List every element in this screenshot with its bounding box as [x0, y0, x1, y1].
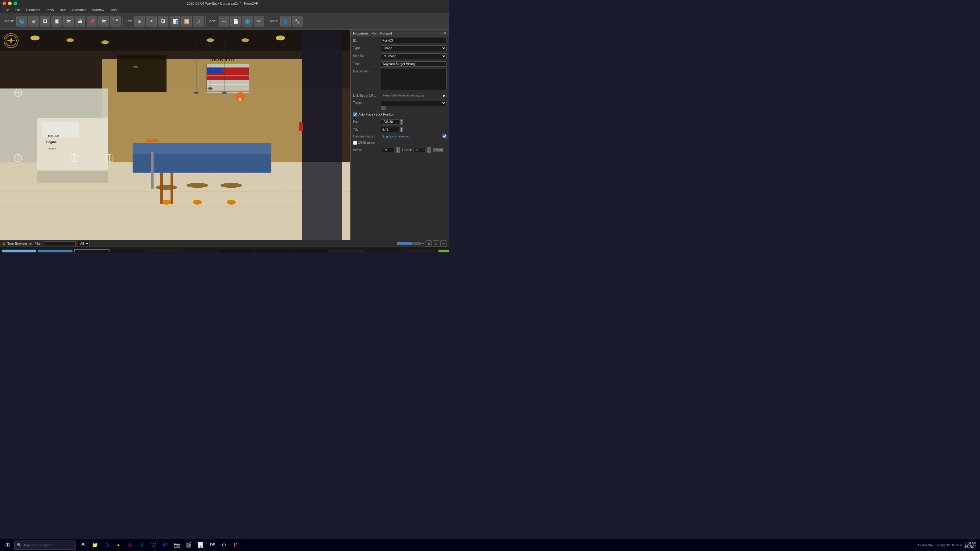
- tilt-input[interactable]: [381, 127, 399, 132]
- filmstrip-item-13[interactable]: PIC_2020_05_04_10_45_...: [438, 249, 449, 253]
- hotspot-3[interactable]: [70, 154, 79, 163]
- close-button[interactable]: [2, 2, 6, 5]
- import-button-5[interactable]: 🗺: [63, 16, 74, 27]
- import-button-3[interactable]: 🖼: [40, 16, 50, 27]
- edit-button-4[interactable]: 📊: [170, 16, 180, 27]
- view-button-2[interactable]: 📄: [230, 16, 241, 27]
- edit-button-2[interactable]: 👁: [146, 16, 157, 27]
- filmstrip-item-5[interactable]: PIC_2020_05_04_10_24_23_202005...: [147, 249, 182, 253]
- import-button-8[interactable]: 🗺: [99, 16, 109, 27]
- zoom-out-icon[interactable]: —: [393, 241, 396, 245]
- filmstrip-item-11[interactable]: PIC_2020_05_04_10_38_30_202005...: [365, 249, 401, 253]
- import-button-4[interactable]: 📋: [51, 16, 62, 27]
- filmstrip-item-3[interactable]: PIC_2020_05_04_10_19_46_202005...: [74, 249, 110, 253]
- prop-autoplace-row: Auto Place / Lock Position: [351, 111, 449, 118]
- svg-rect-107: [184, 249, 218, 253]
- filmstrip-item-9[interactable]: PIC_2020_05_04_10_32_51_202005...: [292, 249, 328, 253]
- menu-help[interactable]: Help: [107, 7, 119, 12]
- minimize-button[interactable]: [8, 2, 12, 5]
- height-spinner: ▲ ▼: [427, 147, 431, 153]
- hotspot-1[interactable]: [14, 89, 22, 98]
- target-add-button[interactable]: +: [382, 106, 386, 110]
- svg-rect-119: [293, 249, 327, 253]
- import-button-9[interactable]: 🎬: [110, 16, 121, 27]
- skinid-select[interactable]: ht_image: [381, 53, 447, 59]
- zoom-in-icon[interactable]: +: [422, 241, 424, 245]
- view-settings-button[interactable]: ⚙: [433, 240, 439, 246]
- menu-window[interactable]: Window: [90, 7, 107, 12]
- menu-edit[interactable]: Edit: [12, 7, 23, 12]
- zoom-slider[interactable]: [397, 242, 422, 245]
- type-select[interactable]: Image URL Panorama: [381, 45, 447, 51]
- filmstrip-item-4[interactable]: PIC_2020_05_04_10_22_30_202005...: [110, 249, 146, 253]
- filmstrip-item-2[interactable]: PIC_2020_05_04_12_27_05_202005...: [38, 249, 73, 253]
- edit-button-6[interactable]: ⬡: [193, 16, 204, 27]
- tour-browser-expand[interactable]: ▶: [30, 242, 32, 245]
- import-button-2[interactable]: ⊞: [28, 16, 38, 27]
- id-input[interactable]: [381, 38, 447, 43]
- prop-close-button[interactable]: ✕: [444, 31, 447, 35]
- filmstrip-item-12[interactable]: PIC_2020_05_04_10_42_36_202005...: [401, 249, 437, 253]
- filmstrip-item-6[interactable]: PIC_2020_05_04_10_26_30_202005...: [183, 249, 219, 253]
- link-browse-button[interactable]: 📁: [442, 93, 447, 98]
- reset-button[interactable]: Reset: [433, 148, 444, 152]
- menu-file[interactable]: File: [1, 7, 12, 12]
- view-button-4[interactable]: 👁: [254, 16, 264, 27]
- svg-rect-127: [366, 249, 400, 253]
- pan-input[interactable]: [381, 119, 399, 124]
- filmstrip-item-10[interactable]: PIC_2020_05_04_10_36_19_202005...: [329, 249, 364, 253]
- svg-point-38: [227, 200, 235, 205]
- custimg-checkbox[interactable]: [442, 134, 447, 138]
- view-extra-button[interactable]: ⋯: [440, 240, 447, 246]
- filmstrip-item-1[interactable]: ! PIC_2020_05_06_12_26_06_202005...: [1, 249, 37, 253]
- width-down[interactable]: ▼: [396, 150, 400, 153]
- menu-tools[interactable]: Tools: [43, 7, 56, 12]
- tools-button-2[interactable]: 🔧: [292, 16, 302, 27]
- menu-tour[interactable]: Tour: [57, 7, 68, 12]
- thumb-svg-10: [329, 249, 364, 253]
- properties-header: Properties - Point Hotspot ⊞ ✕: [351, 30, 449, 37]
- title-label: Title:: [353, 61, 381, 66]
- maximize-button[interactable]: [14, 2, 17, 5]
- tilt-up[interactable]: ▲: [400, 127, 403, 129]
- edit-button-1[interactable]: ⊞: [134, 16, 145, 27]
- title-input[interactable]: [381, 61, 447, 67]
- description-textarea[interactable]: [381, 69, 447, 90]
- filmstrip-item-8[interactable]: PIC_2020_05_04_10_29_59_202005...: [256, 249, 291, 253]
- prop-skinid-row: Skin ID: ht_image: [351, 52, 449, 60]
- import-panorama-button[interactable]: 🌐: [16, 16, 27, 27]
- view-section: View: 👓 📄 🌐 👁: [207, 16, 266, 27]
- menu-animation[interactable]: Animation: [69, 7, 89, 12]
- import-button-6[interactable]: 🏔: [75, 16, 86, 27]
- width-input[interactable]: [382, 148, 395, 153]
- toolbar: Import: 🌐 ⊞ 🖼 📋 🗺 🏔 📌 🗺 🎬 Edit: ⊞ 👁 🖼 📊 …: [0, 13, 449, 30]
- filmstrip-item-7[interactable]: PIC_2020_05_04_10_27_47_202005...: [220, 249, 255, 253]
- hotspot-4[interactable]: [105, 154, 114, 163]
- prop-icon-link[interactable]: ⊞: [440, 31, 442, 35]
- view-button-1[interactable]: 👓: [219, 16, 229, 27]
- filmstrip: ! PIC_2020_05_06_12_26_06_202005... PIC_…: [0, 247, 449, 252]
- target-label: Target:: [353, 100, 381, 105]
- autoplace-checkbox[interactable]: [353, 113, 357, 116]
- height-down[interactable]: ▼: [427, 150, 431, 153]
- pan-down[interactable]: ▼: [400, 122, 403, 124]
- filter-select[interactable]: All: [78, 241, 90, 246]
- edit-button-3[interactable]: 🖼: [158, 16, 169, 27]
- width-up[interactable]: ▲: [396, 147, 400, 150]
- tilt-down[interactable]: ▼: [400, 129, 403, 132]
- height-up[interactable]: ▲: [427, 147, 431, 150]
- pan-up[interactable]: ▲: [400, 119, 403, 122]
- filter-input[interactable]: [45, 241, 76, 246]
- height-input[interactable]: [413, 148, 426, 153]
- hotspot-2[interactable]: [14, 154, 22, 163]
- distorted-checkbox[interactable]: [353, 141, 357, 145]
- import-button-7[interactable]: 📌: [87, 16, 97, 27]
- view-grid-button[interactable]: ⊞: [426, 240, 432, 246]
- viewport[interactable]: THE LINE Begins HERE ➤: [0, 30, 350, 240]
- thumb-6: [184, 249, 218, 253]
- menu-elements[interactable]: Elements: [24, 7, 43, 12]
- view-button-3[interactable]: 🌐: [242, 16, 253, 27]
- target-select[interactable]: _blank _self: [381, 100, 447, 106]
- edit-button-5[interactable]: 🔀: [181, 16, 192, 27]
- tools-button-1[interactable]: 👤: [280, 16, 291, 27]
